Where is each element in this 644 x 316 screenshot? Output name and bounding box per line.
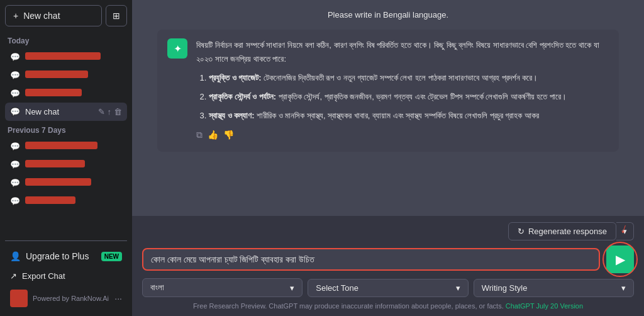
- input-row: ▶ ↓: [142, 245, 634, 273]
- chat-item-text: [25, 89, 122, 98]
- chat-item-text: [25, 196, 122, 206]
- chat-item-prev-3[interactable]: 💬: [5, 174, 127, 192]
- ai-list-item-2: প্রাকৃতিক সৌন্দর্য ও পর্যটন: প্রাকৃতিক স…: [209, 90, 609, 104]
- ai-list-item-3: স্বাস্থ্য ও কল্যাণ: শারীরিক ও মানসিক স্ব…: [209, 109, 609, 123]
- ai-avatar: ✦: [167, 38, 187, 59]
- chat-item-prev-1[interactable]: 💬: [5, 137, 127, 155]
- chat-icon: 💬: [10, 89, 20, 98]
- export-icon: ↗: [10, 271, 17, 281]
- share-icon[interactable]: ↑: [108, 107, 112, 116]
- chat-icon: 💬: [10, 107, 20, 116]
- bottom-area: ↻ Regenerate response ▾ ▶ ↓ বাংলা ▾: [132, 216, 644, 316]
- chat-input[interactable]: [151, 254, 591, 264]
- chat-icon: 💬: [10, 178, 20, 188]
- ai-list-item-1: প্রযুক্তি ও গ্যাজেট: টেকনোলজির দ্বিতীয়ব…: [209, 71, 609, 85]
- edit-icon[interactable]: ✎: [98, 107, 105, 116]
- user-avatar: [10, 290, 28, 307]
- powered-label: Powered by RankNow.Ai: [33, 295, 109, 302]
- avatar-row: Powered by RankNow.Ai ···: [5, 286, 127, 311]
- chat-item-text: [25, 160, 122, 169]
- ai-list: প্রযুক্তি ও গ্যাজেট: টেকনোলজির দ্বিতীয়ব…: [196, 71, 609, 123]
- upgrade-to-plus-item[interactable]: 👤 Upgrade to Plus NEW: [5, 246, 127, 266]
- upgrade-label: Upgrade to Plus: [26, 251, 89, 261]
- list-item-2-text: প্রাকৃতিক সৌন্দর্য, প্রাকৃতিক জনজীবন, ভ্…: [279, 92, 567, 101]
- ai-action-buttons: ⧉ 👍 👎: [196, 128, 609, 143]
- new-badge: NEW: [101, 252, 122, 261]
- regenerate-row: ↻ Regenerate response ▾: [142, 222, 634, 240]
- language-value: বাংলা: [150, 283, 164, 293]
- thumbs-down-icon[interactable]: 👎: [223, 128, 234, 143]
- chevron-down-icon: ▾: [623, 227, 627, 236]
- writing-style-select[interactable]: Writing Style ▾: [474, 279, 634, 297]
- chat-icon: 💬: [10, 71, 20, 80]
- chat-icon: 💬: [10, 52, 20, 62]
- chat-item-today-2[interactable]: 💬: [5, 66, 127, 84]
- chat-item-text: [25, 71, 122, 80]
- openai-icon: ✦: [174, 43, 182, 55]
- writing-style-chevron-icon: ▾: [621, 283, 626, 293]
- footer-disclaimer: Free Research Preview. ChatGPT may produ…: [193, 302, 504, 310]
- ai-paragraph: বিষয়টি নির্বাচন করা সম্পর্কে সাধারণ নিয…: [196, 38, 609, 66]
- chat-icon: 💬: [10, 142, 20, 151]
- chat-item-text: [25, 52, 122, 62]
- active-chat-label: New chat: [25, 107, 93, 116]
- regenerate-icon: ↻: [518, 227, 525, 236]
- sidebar: + New chat ⊞ Today 💬 💬 💬 💬 New chat ✎ ↑ …: [0, 0, 132, 316]
- more-options-icon[interactable]: ···: [114, 293, 122, 303]
- chat-icon: 💬: [10, 196, 20, 206]
- chat-item-actions: ✎ ↑ 🗑: [98, 107, 123, 116]
- language-select[interactable]: বাংলা ▾: [142, 278, 303, 297]
- sidebar-bottom: 👤 Upgrade to Plus NEW ↗ Export Chat Powe…: [5, 240, 127, 311]
- language-chevron-icon: ▾: [290, 283, 294, 293]
- regenerate-button[interactable]: ↻ Regenerate response: [508, 222, 616, 240]
- chat-item-prev-4[interactable]: 💬: [5, 192, 127, 210]
- chat-area: Please write in Bengali language. ✦ বিষয…: [132, 0, 644, 216]
- list-item-2-title: প্রাকৃতিক সৌন্দর্য ও পর্যটন:: [209, 92, 276, 101]
- ai-content: বিষয়টি নির্বাচন করা সম্পর্কে সাধারণ নিয…: [196, 38, 609, 143]
- chat-item-prev-2[interactable]: 💬: [5, 155, 127, 174]
- ai-message: ✦ বিষয়টি নির্বাচন করা সম্পর্কে সাধারণ ন…: [157, 30, 619, 152]
- regenerate-label: Regenerate response: [528, 227, 607, 236]
- chat-item-today-1[interactable]: 💬: [5, 48, 127, 66]
- list-item-3-text: শারীরিক ও মানসিক স্বাস্থ্য, স্বাস্থ্যকর …: [257, 111, 539, 120]
- send-button[interactable]: ▶: [606, 245, 634, 273]
- chat-input-wrap: [142, 248, 600, 271]
- regenerate-dropdown[interactable]: ▾: [616, 222, 634, 240]
- new-chat-label: New chat: [23, 11, 60, 21]
- chat-icon: 💬: [10, 160, 20, 169]
- active-chat-item[interactable]: 💬 New chat ✎ ↑ 🗑: [5, 103, 127, 121]
- person-icon: 👤: [10, 251, 21, 261]
- list-item-1-text: টেকনোলজির দ্বিতীয়বতী রূপ ও নতুন গ্যাজেট…: [264, 73, 538, 82]
- plus-icon: +: [13, 11, 18, 21]
- send-area-wrap: ▶ ↓: [606, 245, 634, 273]
- user-message: Please write in Bengali language.: [157, 10, 619, 20]
- writing-style-value: Writing Style: [482, 283, 528, 293]
- export-chat-item[interactable]: ↗ Export Chat: [5, 266, 127, 286]
- tone-value: Select Tone: [316, 283, 358, 293]
- chat-item-text: [25, 178, 122, 188]
- layout-icon: ⊞: [113, 11, 120, 21]
- footer-text: Free Research Preview. ChatGPT may produ…: [142, 300, 634, 312]
- toolbar-row: বাংলা ▾ Select Tone ▾ Writing Style ▾: [142, 278, 634, 297]
- new-chat-button[interactable]: + New chat: [5, 5, 102, 26]
- chat-item-text: [25, 142, 122, 151]
- chat-item-today-3[interactable]: 💬: [5, 84, 127, 103]
- list-item-1-title: প্রযুক্তি ও গ্যাজেট:: [209, 73, 262, 82]
- previous-label: Previous 7 Days: [8, 126, 127, 135]
- tone-select[interactable]: Select Tone ▾: [308, 279, 468, 297]
- today-label: Today: [8, 37, 127, 45]
- new-chat-row: + New chat ⊞: [5, 5, 127, 26]
- delete-icon[interactable]: 🗑: [114, 107, 122, 116]
- send-icon: ▶: [616, 252, 625, 267]
- footer-link[interactable]: ChatGPT July 20 Version: [506, 302, 583, 310]
- main-panel: Please write in Bengali language. ✦ বিষয…: [132, 0, 644, 316]
- copy-icon[interactable]: ⧉: [196, 128, 203, 143]
- export-label: Export Chat: [22, 271, 65, 281]
- list-item-3-title: স্বাস্থ্য ও কল্যাণ:: [209, 111, 255, 120]
- layout-button[interactable]: ⊞: [106, 5, 127, 26]
- tone-chevron-icon: ▾: [456, 283, 460, 293]
- thumbs-up-icon[interactable]: 👍: [208, 128, 218, 143]
